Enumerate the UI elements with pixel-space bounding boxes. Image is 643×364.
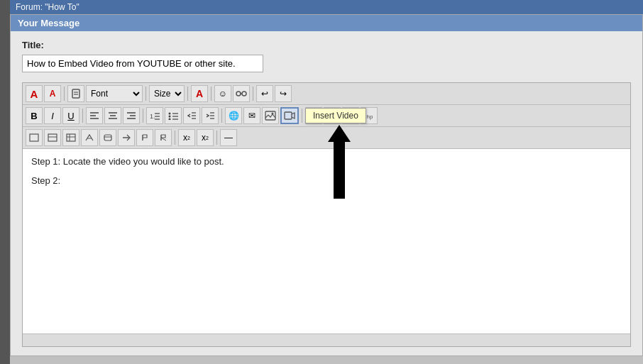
tb3-btn7[interactable]: [136, 129, 153, 146]
svg-rect-38: [67, 134, 75, 141]
ordered-list-button[interactable]: 1.: [146, 107, 163, 124]
insert-link-button[interactable]: [233, 85, 250, 102]
attach-button[interactable]: [67, 85, 84, 102]
unordered-list-button[interactable]: [165, 107, 182, 124]
paperclip-icon: [70, 88, 82, 99]
svg-text:1.: 1.: [150, 113, 155, 120]
toolbar-row-3: x2 x2 —: [23, 127, 630, 149]
tb3-icon7: [140, 133, 150, 142]
format-a-button[interactable]: A: [26, 85, 43, 102]
align-left-icon: [89, 111, 99, 120]
content-line-2: Step 2:: [31, 175, 622, 186]
separator-7: [143, 109, 143, 123]
svg-rect-0: [72, 89, 79, 98]
indent-button[interactable]: [202, 107, 219, 124]
separator-1: [64, 87, 65, 101]
svg-point-19: [169, 113, 171, 115]
unordered-list-icon: [168, 111, 178, 120]
tb3-btn3[interactable]: [62, 129, 79, 146]
tb3-icon5: [103, 133, 113, 142]
tb3-icon2: [48, 133, 57, 142]
separator-5: [253, 87, 253, 101]
svg-line-45: [161, 138, 166, 140]
bold-button[interactable]: B: [26, 107, 43, 124]
svg-rect-4: [242, 92, 246, 96]
size-select[interactable]: Size 8 10 12 14: [149, 85, 185, 102]
tb3-btn1[interactable]: [26, 129, 43, 146]
svg-rect-33: [285, 112, 292, 119]
forum-bar: Forum: "How To": [10, 0, 643, 14]
quote-button[interactable]: ❝: [305, 107, 322, 124]
separator-3: [187, 87, 188, 101]
insert-email-button[interactable]: ✉: [243, 107, 260, 124]
insert-img-button[interactable]: [262, 107, 279, 124]
underline-button[interactable]: U: [62, 107, 79, 124]
php-button[interactable]: php: [361, 107, 378, 124]
svg-point-32: [272, 113, 274, 115]
align-right-button[interactable]: [123, 107, 140, 124]
separator-4: [211, 87, 211, 101]
insert-video-container: [280, 107, 299, 124]
align-right-icon: [126, 111, 136, 120]
hr-button[interactable]: —: [220, 129, 237, 146]
superscript-button[interactable]: x2: [197, 129, 214, 146]
tb3-btn6[interactable]: [118, 129, 135, 146]
svg-point-21: [169, 118, 171, 121]
font-select[interactable]: Font Arial Times New Roman Verdana: [86, 85, 143, 102]
italic-button[interactable]: I: [44, 107, 61, 124]
code-button[interactable]: <>: [342, 107, 359, 124]
tb3-btn5[interactable]: [99, 129, 116, 146]
separator-10: [175, 131, 175, 145]
redo-button[interactable]: ↪: [275, 85, 292, 102]
left-edge-decoration: [0, 0, 10, 356]
insert-link2-button[interactable]: 🌐: [225, 107, 242, 124]
link-icon: [236, 89, 247, 99]
svg-rect-35: [30, 134, 38, 141]
separator-9: [302, 109, 302, 123]
tb3-icon3: [66, 133, 76, 142]
format-a2-button[interactable]: A: [44, 85, 61, 102]
video-icon: [284, 111, 295, 121]
toolbar-row-2: B I U 1.: [23, 105, 630, 127]
indent-icon: [205, 111, 215, 120]
main-panel: Your Message Title: A A Font Arial: [10, 14, 643, 356]
emoji-button[interactable]: ☺: [214, 85, 231, 102]
undo-button[interactable]: ↩: [256, 85, 273, 102]
hashtag-button[interactable]: #: [324, 107, 341, 124]
separator-6: [82, 109, 83, 123]
svg-rect-36: [48, 134, 57, 141]
svg-rect-42: [104, 135, 111, 140]
panel-header-label: Your Message: [18, 18, 79, 28]
editor-statusbar: [23, 333, 630, 346]
editor-wrapper: A A Font Arial Times New Roman Verdana S: [22, 82, 631, 347]
subscript-button[interactable]: x2: [178, 129, 195, 146]
svg-point-20: [169, 116, 171, 118]
tb3-icon8: [158, 133, 168, 142]
tb3-btn2[interactable]: [44, 129, 61, 146]
tb3-btn8[interactable]: [155, 129, 172, 146]
align-left-button[interactable]: [86, 107, 103, 124]
tb3-icon6: [121, 133, 131, 142]
content-line-1: Step 1: Locate the video you would like …: [31, 156, 622, 167]
separator-11: [216, 131, 217, 145]
panel-body: Title: A A Font Arial Times New Roman: [11, 31, 642, 355]
separator-2: [145, 87, 146, 101]
editor-content-area[interactable]: Step 1: Locate the video you would like …: [23, 149, 630, 333]
align-center-button[interactable]: [104, 107, 121, 124]
align-center-icon: [108, 111, 118, 120]
outdent-icon: [187, 111, 197, 120]
outdent-button[interactable]: [183, 107, 200, 124]
tb3-icon4: [84, 133, 94, 142]
tb3-btn4[interactable]: [81, 129, 98, 146]
title-input[interactable]: [22, 55, 263, 72]
insert-video-button[interactable]: [280, 107, 299, 124]
toolbar-row-1: A A Font Arial Times New Roman Verdana S: [23, 83, 630, 105]
forum-bar-label: Forum: "How To": [16, 2, 79, 12]
title-label: Title:: [22, 40, 631, 50]
separator-8: [221, 109, 222, 123]
image-icon: [265, 111, 276, 121]
php-icon: php: [363, 111, 375, 120]
font-color-button[interactable]: A: [191, 85, 208, 102]
svg-text:php: php: [363, 114, 373, 120]
ordered-list-icon: 1.: [150, 111, 160, 120]
